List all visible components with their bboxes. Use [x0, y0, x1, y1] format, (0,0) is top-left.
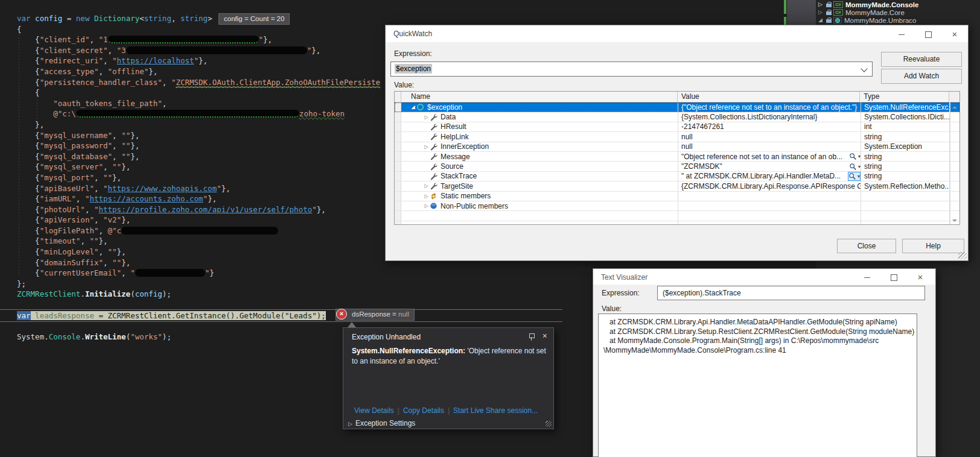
exception-value-datatip: dsResponse = null [336, 309, 415, 321]
stack-trace-text[interactable]: at ZCRMSDK.CRM.Library.Api.Handler.MetaD… [598, 314, 917, 457]
row-gutter [395, 152, 401, 161]
close-icon[interactable]: × [542, 331, 547, 341]
row-gutter [395, 192, 401, 201]
minimize-icon[interactable] [863, 273, 871, 282]
watch-row-hresult[interactable]: HResult-2147467261int [395, 122, 959, 132]
watch-type [861, 211, 950, 220]
redacted-secret [121, 227, 278, 235]
watch-value: {ZCRMSDK.CRM.Library.Api.Response.APIRes… [681, 182, 861, 191]
text-visualizer-titlebar[interactable]: Text Visualizer × [593, 269, 935, 285]
row-gutter [395, 132, 401, 141]
resize-grip[interactable] [546, 421, 552, 427]
project-label: MommyMade.Console [845, 1, 918, 8]
watch-name: Static members [441, 192, 491, 200]
resize-grip[interactable] [958, 252, 967, 259]
project-label: MommyMade.Core [845, 9, 905, 16]
property-wrench-icon [430, 143, 438, 151]
watch-row-static-members[interactable]: ▷Static members [395, 192, 959, 201]
row-gutter [395, 122, 401, 131]
property-wrench-icon [430, 172, 438, 180]
scrollbar-change-mark [784, 17, 786, 25]
current-statement-rule-top [0, 309, 562, 310]
sidebar-item-mommymade.core[interactable]: ▷C#MommyMade.Core [816, 8, 980, 16]
expression-field[interactable]: ($exception).StackTrace [657, 286, 925, 300]
project-label: MommyMade.Umbraco [844, 17, 917, 24]
watch-row-empty[interactable] [395, 211, 959, 221]
scroll-down-icon[interactable] [952, 219, 957, 222]
watch-row-stacktrace[interactable]: StackTrace" at ZCRMSDK.CRM.Library.Api.H… [395, 172, 959, 181]
quickwatch-titlebar[interactable]: QuickWatch × [386, 25, 968, 42]
chevron-down-icon[interactable]: ▾ [858, 174, 860, 179]
row-gutter [395, 181, 401, 191]
static-members-icon [430, 192, 438, 200]
tree-expander-icon[interactable]: ▷ [423, 115, 430, 120]
tree-expander-icon[interactable]: ▷ [423, 203, 430, 209]
close-button[interactable]: Close [837, 239, 896, 253]
popup-title: Exception Unhandled [352, 333, 421, 341]
chevron-down-icon[interactable]: ▾ [858, 154, 861, 159]
link-view-details[interactable]: View Details [354, 406, 394, 415]
column-header-name[interactable]: Name [401, 92, 678, 102]
maximize-icon[interactable] [924, 30, 932, 39]
maximize-icon[interactable] [889, 273, 898, 282]
chevron-down-icon[interactable]: ▾ [858, 164, 861, 169]
column-header-type[interactable]: Type [860, 92, 949, 102]
sidebar-item-mommymade.console[interactable]: ▷C#MommyMade.Console [816, 1, 980, 8]
watch-row-$exception[interactable]: ◢$exception{"Object reference not set to… [395, 102, 959, 112]
link-copy-details[interactable]: Copy Details [403, 406, 444, 415]
tree-expander-icon[interactable]: ▷ [423, 194, 430, 199]
chevron-right-icon: ▷ [348, 421, 352, 427]
watch-name: InnerException [441, 142, 489, 151]
visualizer-magnifier-button[interactable]: ▾ [848, 172, 861, 181]
sidebar-item-mommymade.umbraco[interactable]: ◢MommyMade.Umbraco [816, 16, 980, 24]
tree-expander-icon[interactable]: ▷ [423, 183, 430, 189]
add-watch-button[interactable]: Add Watch [881, 69, 962, 84]
help-button[interactable]: Help [902, 239, 964, 253]
watch-row-targetsite[interactable]: ▷TargetSite{ZCRMSDK.CRM.Library.Api.Resp… [395, 181, 959, 191]
property-wrench-icon [430, 133, 438, 140]
visualizer-magnifier-button[interactable]: ▾ [849, 153, 861, 160]
watch-value: "Object reference not set to an instance… [681, 153, 848, 161]
chevron-down-icon[interactable] [861, 65, 867, 72]
watch-value: null [681, 142, 861, 151]
exception-settings-expander[interactable]: ▷Exception Settings [348, 419, 415, 427]
collapse-arrow-icon[interactable]: ▷ [818, 8, 826, 16]
watch-row-message[interactable]: Message"Object reference not set to an i… [395, 152, 959, 162]
watch-row-innerexception[interactable]: ▷InnerExceptionnullSystem.Exception [395, 142, 959, 152]
column-header-value[interactable]: Value [678, 92, 860, 102]
expanded-icon[interactable]: ◢ [818, 16, 826, 24]
watch-grid[interactable]: Name Value Type ◢$exception{"Object refe… [394, 91, 960, 225]
scroll-up-icon[interactable] [952, 106, 957, 109]
watch-type: System.NullReferenceExc... [861, 102, 950, 112]
link-start-live-share-session-[interactable]: Start Live Share session... [453, 406, 538, 415]
visualizer-magnifier-button[interactable]: ▾ [849, 163, 861, 171]
pin-icon[interactable] [529, 333, 534, 341]
watch-name: Data [441, 113, 456, 121]
collapse-arrow-icon[interactable]: ▷ [818, 1, 826, 8]
close-icon[interactable]: × [916, 273, 924, 282]
watch-row-empty[interactable] [395, 221, 959, 225]
watch-row-source[interactable]: Source"ZCRMSDK"▾string [395, 162, 959, 171]
expression-value: $exception [395, 64, 432, 74]
watch-row-data[interactable]: ▷Data{System.Collections.ListDictionaryI… [395, 112, 959, 122]
non-public-members-icon [430, 202, 438, 210]
tree-expander-icon[interactable]: ▷ [423, 144, 430, 150]
exception-unhandled-popup: Exception Unhandled × System.NullReferen… [343, 327, 554, 429]
exception-message: System.NullReferenceException: 'Object r… [352, 346, 547, 367]
tree-expander-icon[interactable]: ◢ [410, 104, 416, 110]
expression-combobox[interactable]: $exception [390, 61, 873, 77]
grid-scrollbar[interactable] [949, 102, 959, 225]
watch-grid-header[interactable]: Name Value Type [395, 92, 959, 102]
watch-row-helplink[interactable]: HelpLinknullstring [395, 132, 959, 142]
expression-label: Expression: [602, 289, 640, 297]
editor-scrollbar-thumb[interactable] [787, 0, 816, 25]
redacted-secret [108, 36, 259, 43]
exception-error-icon[interactable]: × [336, 309, 347, 320]
minimize-icon[interactable] [897, 30, 906, 39]
row-gutter [395, 221, 401, 225]
watch-row-non-public-members[interactable]: ▷Non-Public members [395, 201, 959, 211]
magnifier-icon [848, 172, 856, 180]
close-icon[interactable]: × [950, 30, 959, 39]
watch-type: string [861, 162, 950, 171]
reevaluate-button[interactable]: Reevaluate [881, 52, 962, 67]
